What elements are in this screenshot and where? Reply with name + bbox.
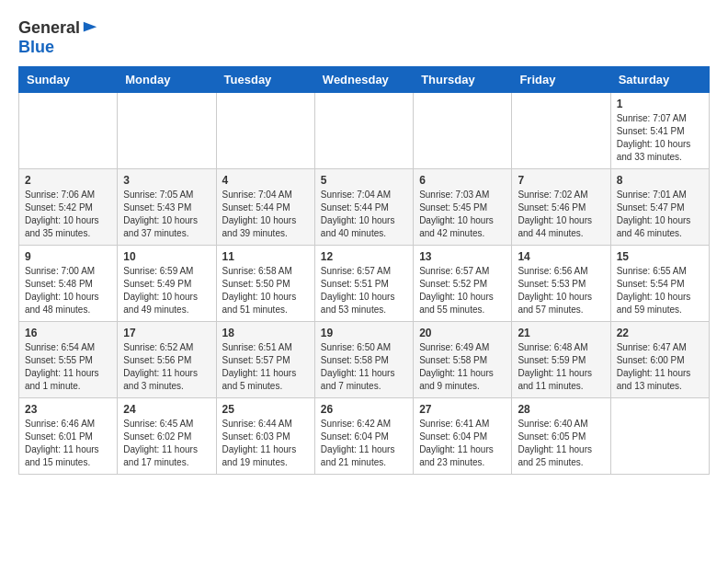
day-number: 13 (419, 250, 506, 263)
calendar-cell: 28Sunrise: 6:40 AM Sunset: 6:05 PM Dayli… (512, 398, 610, 475)
day-number: 15 (617, 250, 703, 263)
calendar-cell (19, 93, 118, 169)
day-info: Sunrise: 6:42 AM Sunset: 6:04 PM Dayligh… (321, 418, 407, 469)
calendar-cell: 14Sunrise: 6:56 AM Sunset: 5:53 PM Dayli… (512, 246, 610, 322)
calendar-header-row: SundayMondayTuesdayWednesdayThursdayFrid… (19, 67, 710, 93)
week-row-2: 9Sunrise: 7:00 AM Sunset: 5:48 PM Daylig… (19, 246, 710, 322)
day-number: 11 (222, 250, 309, 263)
calendar-cell: 7Sunrise: 7:02 AM Sunset: 5:46 PM Daylig… (512, 169, 610, 246)
calendar-cell (610, 398, 709, 475)
day-info: Sunrise: 7:06 AM Sunset: 5:42 PM Dayligh… (25, 189, 111, 240)
logo-flag-icon (82, 20, 98, 37)
calendar-cell: 27Sunrise: 6:41 AM Sunset: 6:04 PM Dayli… (414, 398, 512, 475)
col-header-monday: Monday (118, 67, 216, 93)
week-row-4: 23Sunrise: 6:46 AM Sunset: 6:01 PM Dayli… (19, 398, 710, 475)
calendar-cell: 4Sunrise: 7:04 AM Sunset: 5:44 PM Daylig… (216, 169, 314, 246)
day-info: Sunrise: 6:51 AM Sunset: 5:57 PM Dayligh… (222, 341, 309, 393)
calendar-cell: 16Sunrise: 6:54 AM Sunset: 5:55 PM Dayli… (19, 322, 118, 398)
day-info: Sunrise: 6:56 AM Sunset: 5:53 PM Dayligh… (518, 265, 604, 316)
day-info: Sunrise: 6:50 AM Sunset: 5:58 PM Dayligh… (321, 341, 407, 393)
day-number: 1 (617, 98, 703, 110)
col-header-thursday: Thursday (414, 67, 512, 93)
day-info: Sunrise: 6:52 AM Sunset: 5:56 PM Dayligh… (123, 341, 210, 393)
day-info: Sunrise: 7:07 AM Sunset: 5:41 PM Dayligh… (617, 112, 703, 164)
calendar-cell (216, 93, 314, 169)
day-number: 5 (321, 174, 407, 187)
day-number: 4 (222, 174, 309, 187)
day-info: Sunrise: 7:03 AM Sunset: 5:45 PM Dayligh… (419, 189, 506, 240)
calendar-cell: 24Sunrise: 6:45 AM Sunset: 6:02 PM Dayli… (118, 398, 216, 475)
day-number: 2 (25, 174, 111, 187)
calendar-cell: 25Sunrise: 6:44 AM Sunset: 6:03 PM Dayli… (216, 398, 314, 475)
day-number: 17 (123, 327, 210, 339)
day-info: Sunrise: 6:45 AM Sunset: 6:02 PM Dayligh… (123, 418, 210, 469)
col-header-wednesday: Wednesday (314, 67, 413, 93)
calendar-cell: 9Sunrise: 7:00 AM Sunset: 5:48 PM Daylig… (19, 246, 118, 322)
logo-general-text: General (18, 18, 80, 38)
day-info: Sunrise: 6:49 AM Sunset: 5:58 PM Dayligh… (419, 341, 506, 393)
calendar-cell: 12Sunrise: 6:57 AM Sunset: 5:51 PM Dayli… (314, 246, 413, 322)
day-number: 18 (222, 327, 309, 339)
day-number: 8 (617, 174, 703, 187)
calendar-cell: 2Sunrise: 7:06 AM Sunset: 5:42 PM Daylig… (19, 169, 118, 246)
day-number: 20 (419, 327, 506, 339)
calendar-cell: 6Sunrise: 7:03 AM Sunset: 5:45 PM Daylig… (414, 169, 512, 246)
day-number: 10 (123, 250, 210, 263)
day-info: Sunrise: 7:00 AM Sunset: 5:48 PM Dayligh… (25, 265, 111, 316)
day-info: Sunrise: 6:54 AM Sunset: 5:55 PM Dayligh… (25, 341, 111, 393)
day-info: Sunrise: 6:48 AM Sunset: 5:59 PM Dayligh… (518, 341, 604, 393)
calendar-cell (414, 93, 512, 169)
day-info: Sunrise: 6:46 AM Sunset: 6:01 PM Dayligh… (25, 418, 111, 469)
day-number: 9 (25, 250, 111, 263)
calendar-cell: 13Sunrise: 6:57 AM Sunset: 5:52 PM Dayli… (414, 246, 512, 322)
calendar-cell: 20Sunrise: 6:49 AM Sunset: 5:58 PM Dayli… (414, 322, 512, 398)
calendar-cell: 8Sunrise: 7:01 AM Sunset: 5:47 PM Daylig… (610, 169, 709, 246)
day-info: Sunrise: 6:57 AM Sunset: 5:51 PM Dayligh… (321, 265, 407, 316)
day-number: 14 (518, 250, 604, 263)
day-number: 16 (25, 327, 111, 339)
day-number: 7 (518, 174, 604, 187)
calendar-cell (314, 93, 413, 169)
logo: General Blue (18, 18, 98, 57)
week-row-0: 1Sunrise: 7:07 AM Sunset: 5:41 PM Daylig… (19, 93, 710, 169)
calendar-cell: 15Sunrise: 6:55 AM Sunset: 5:54 PM Dayli… (610, 246, 709, 322)
day-info: Sunrise: 7:02 AM Sunset: 5:46 PM Dayligh… (518, 189, 604, 240)
week-row-1: 2Sunrise: 7:06 AM Sunset: 5:42 PM Daylig… (19, 169, 710, 246)
calendar-cell: 1Sunrise: 7:07 AM Sunset: 5:41 PM Daylig… (610, 93, 709, 169)
calendar-cell: 18Sunrise: 6:51 AM Sunset: 5:57 PM Dayli… (216, 322, 314, 398)
col-header-tuesday: Tuesday (216, 67, 314, 93)
day-info: Sunrise: 6:57 AM Sunset: 5:52 PM Dayligh… (419, 265, 506, 316)
calendar-cell: 26Sunrise: 6:42 AM Sunset: 6:04 PM Dayli… (314, 398, 413, 475)
calendar-cell: 5Sunrise: 7:04 AM Sunset: 5:44 PM Daylig… (314, 169, 413, 246)
day-info: Sunrise: 7:01 AM Sunset: 5:47 PM Dayligh… (617, 189, 703, 240)
day-info: Sunrise: 6:40 AM Sunset: 6:05 PM Dayligh… (518, 418, 604, 469)
day-number: 26 (321, 403, 407, 416)
day-info: Sunrise: 6:55 AM Sunset: 5:54 PM Dayligh… (617, 265, 703, 316)
calendar-cell: 3Sunrise: 7:05 AM Sunset: 5:43 PM Daylig… (118, 169, 216, 246)
day-number: 12 (321, 250, 407, 263)
logo-blue-text: Blue (18, 38, 98, 57)
day-info: Sunrise: 6:44 AM Sunset: 6:03 PM Dayligh… (222, 418, 309, 469)
col-header-sunday: Sunday (19, 67, 118, 93)
day-number: 3 (123, 174, 210, 187)
day-number: 28 (518, 403, 604, 416)
col-header-friday: Friday (512, 67, 610, 93)
calendar-cell: 10Sunrise: 6:59 AM Sunset: 5:49 PM Dayli… (118, 246, 216, 322)
calendar-cell: 11Sunrise: 6:58 AM Sunset: 5:50 PM Dayli… (216, 246, 314, 322)
day-number: 6 (419, 174, 506, 187)
calendar-cell: 17Sunrise: 6:52 AM Sunset: 5:56 PM Dayli… (118, 322, 216, 398)
day-info: Sunrise: 7:04 AM Sunset: 5:44 PM Dayligh… (321, 189, 407, 240)
day-number: 25 (222, 403, 309, 416)
day-number: 24 (123, 403, 210, 416)
day-info: Sunrise: 6:59 AM Sunset: 5:49 PM Dayligh… (123, 265, 210, 316)
day-info: Sunrise: 6:41 AM Sunset: 6:04 PM Dayligh… (419, 418, 506, 469)
calendar-cell: 21Sunrise: 6:48 AM Sunset: 5:59 PM Dayli… (512, 322, 610, 398)
calendar-cell: 23Sunrise: 6:46 AM Sunset: 6:01 PM Dayli… (19, 398, 118, 475)
calendar-cell (118, 93, 216, 169)
calendar-table: SundayMondayTuesdayWednesdayThursdayFrid… (18, 66, 710, 475)
day-number: 22 (617, 327, 703, 339)
day-number: 21 (518, 327, 604, 339)
day-info: Sunrise: 7:05 AM Sunset: 5:43 PM Dayligh… (123, 189, 210, 240)
day-info: Sunrise: 6:47 AM Sunset: 6:00 PM Dayligh… (617, 341, 703, 393)
page-header: General Blue (18, 18, 710, 57)
